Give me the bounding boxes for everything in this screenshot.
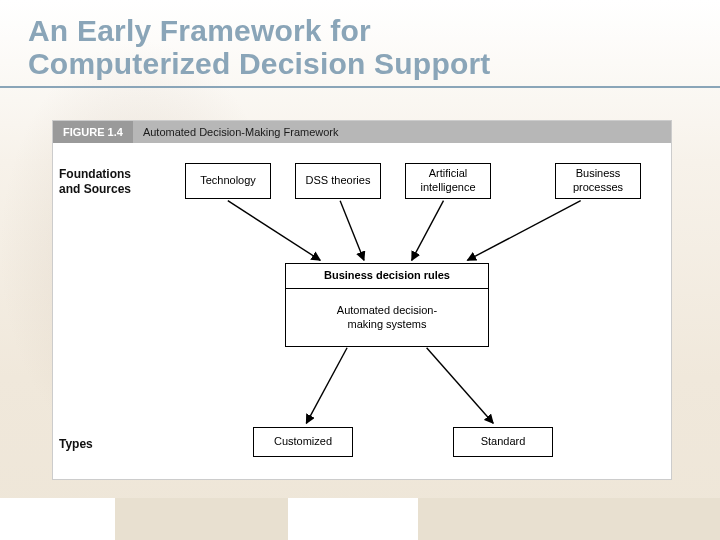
box-dss-theories: DSS theories	[295, 163, 381, 199]
box-customized: Customized	[253, 427, 353, 457]
svg-line-2	[412, 201, 444, 261]
box-artificial-intelligence: Artificial intelligence	[405, 163, 491, 199]
title-underline	[0, 86, 720, 88]
figure-caption: Automated Decision-Making Framework	[133, 126, 339, 138]
box-automated-systems: Automated decision- making systems	[285, 289, 489, 347]
row-label-foundations: Foundations and Sources	[59, 167, 149, 197]
slide-title-line1: An Early Framework for	[28, 14, 371, 47]
svg-line-4	[306, 348, 347, 424]
svg-line-0	[228, 201, 320, 261]
box-technology: Technology	[185, 163, 271, 199]
svg-line-3	[467, 201, 580, 261]
diagram-canvas: Foundations and Sources Types Technology…	[53, 143, 671, 479]
figure-header: FIGURE 1.4 Automated Decision-Making Fra…	[53, 121, 671, 143]
svg-line-5	[427, 348, 494, 424]
slide-footer-strip	[0, 498, 720, 540]
box-business-processes: Business processes	[555, 163, 641, 199]
svg-line-1	[340, 201, 364, 261]
box-business-decision-rules: Business decision rules	[285, 263, 489, 289]
figure-container: FIGURE 1.4 Automated Decision-Making Fra…	[52, 120, 672, 480]
box-standard: Standard	[453, 427, 553, 457]
slide-title-line2: Computerized Decision Support	[28, 47, 491, 80]
figure-number: FIGURE 1.4	[53, 121, 133, 143]
row-label-types: Types	[59, 437, 93, 452]
slide-title: An Early Framework for Computerized Deci…	[28, 14, 700, 80]
